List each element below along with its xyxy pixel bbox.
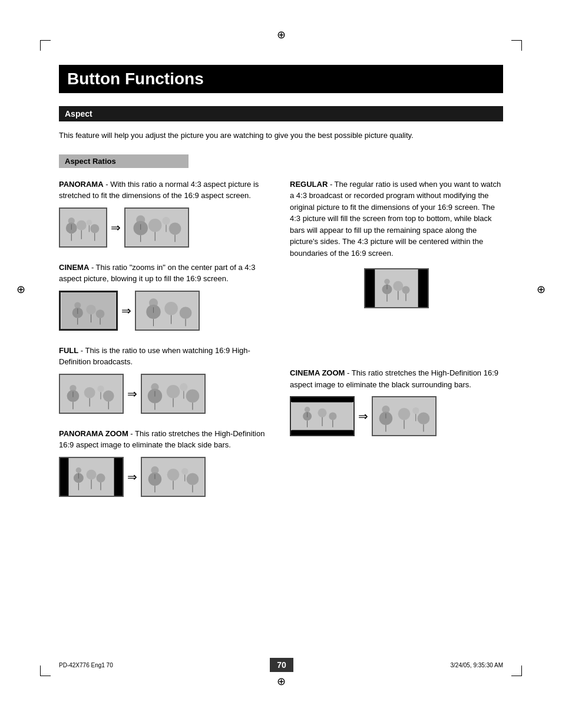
- svg-point-82: [187, 473, 199, 485]
- svg-point-58: [180, 383, 187, 391]
- svg-point-67: [76, 467, 81, 473]
- panorama-img-pair: ⇒: [59, 207, 272, 248]
- svg-point-69: [87, 469, 97, 479]
- svg-point-5: [77, 220, 87, 230]
- letterbox-top: [291, 397, 353, 402]
- footer-left-text: PD-42X776 Eng1 70: [59, 662, 113, 668]
- col-left: PANORAMA - With this ratio a normal 4:3 …: [59, 179, 272, 511]
- two-col-layout: PANORAMA - With this ratio a normal 4:3 …: [59, 179, 503, 511]
- svg-point-93: [402, 286, 409, 294]
- cinema-result-screen: [135, 291, 200, 331]
- page-number-box: 70: [270, 658, 293, 672]
- svg-point-60: [186, 389, 200, 403]
- regular-img-pair: [290, 268, 503, 308]
- full-img-pair: ⇒: [59, 374, 272, 414]
- pzoom-arrow: ⇒: [127, 471, 137, 483]
- svg-point-16: [148, 218, 162, 232]
- full-result-screen: [141, 374, 206, 414]
- main-content: Button Functions Aspect This feature wil…: [59, 65, 503, 511]
- panorama-title: PANORAMA - With this ratio a normal 4:3 …: [59, 179, 272, 202]
- regular-section: REGULAR - The regular ratio is used when…: [290, 179, 503, 309]
- svg-point-71: [96, 473, 105, 482]
- panorama-zoom-title: PANORAMA ZOOM - This ratio stretches the…: [59, 428, 272, 451]
- cinema-arrow: ⇒: [121, 305, 131, 317]
- svg-point-111: [398, 408, 411, 420]
- full-source-screen: [59, 374, 124, 414]
- page-title: Button Functions: [67, 70, 495, 88]
- svg-point-29: [96, 309, 105, 318]
- svg-point-14: [136, 215, 145, 224]
- svg-point-113: [412, 407, 419, 414]
- intro-text: This feature will help you adjust the pi…: [59, 130, 503, 141]
- cinema-section: CINEMA - This ratio "zooms in" on the ce…: [59, 262, 272, 331]
- pillarbox-left: [60, 458, 68, 496]
- svg-point-115: [418, 412, 430, 424]
- corner-tr: [511, 40, 522, 51]
- full-arrow: ⇒: [127, 388, 137, 400]
- svg-point-78: [167, 468, 180, 480]
- svg-point-34: [149, 298, 158, 307]
- czoom-arrow: ⇒: [358, 410, 368, 422]
- svg-point-20: [169, 222, 181, 235]
- svg-point-36: [164, 301, 178, 315]
- svg-point-76: [151, 466, 158, 474]
- cinema-title: CINEMA - This ratio "zooms in" on the ce…: [59, 262, 272, 285]
- czoom-result-screen: [372, 396, 437, 436]
- full-section: FULL - This is the ratio to use when wat…: [59, 345, 272, 414]
- col-right: REGULAR - The regular ratio is used when…: [290, 179, 503, 511]
- corner-bl: [40, 666, 51, 676]
- svg-point-100: [305, 407, 310, 412]
- regular-result-screen: [364, 268, 429, 308]
- corner-br: [511, 666, 522, 676]
- panorama-source-screen: [59, 207, 107, 248]
- svg-point-38: [180, 307, 192, 319]
- cinema-source-screen: [59, 291, 118, 331]
- svg-point-3: [68, 218, 75, 224]
- reg-pillarbox-right: [419, 269, 428, 307]
- svg-point-91: [393, 281, 403, 291]
- svg-point-89: [384, 279, 389, 284]
- title-bar: Button Functions: [59, 65, 503, 93]
- panorama-zoom-section: PANORAMA ZOOM - This ratio stretches the…: [59, 428, 272, 497]
- subsection-heading-label: Aspect Ratios: [65, 157, 116, 166]
- corner-tl: [40, 40, 51, 51]
- pzoom-result-screen: [141, 457, 206, 497]
- panorama-arrow: ⇒: [111, 222, 121, 233]
- svg-point-27: [86, 304, 95, 314]
- cinema-zoom-img-pair: ⇒: [290, 396, 503, 436]
- panorama-section: PANORAMA - With this ratio a normal 4:3 …: [59, 179, 272, 248]
- svg-point-43: [70, 384, 76, 391]
- cinema-zoom-title: CINEMA ZOOM - This ratio stretches the H…: [290, 367, 503, 390]
- svg-point-102: [318, 409, 326, 417]
- svg-point-7: [87, 219, 92, 225]
- cinema-zoom-section: CINEMA ZOOM - This ratio stretches the H…: [290, 367, 503, 436]
- svg-point-18: [162, 217, 170, 225]
- footer-right-text: 3/24/05, 9:35:30 AM: [450, 662, 503, 668]
- pzoom-source-screen: [59, 457, 124, 497]
- section-heading: Aspect: [59, 106, 503, 121]
- subsection-heading: Aspect Ratios: [59, 154, 189, 168]
- czoom-source-screen: [290, 396, 355, 436]
- svg-point-104: [329, 412, 336, 420]
- svg-point-47: [97, 385, 104, 391]
- svg-point-54: [151, 383, 158, 391]
- svg-point-9: [90, 224, 99, 233]
- panorama-zoom-img-pair: ⇒: [59, 457, 272, 497]
- panorama-result-screen: [124, 207, 189, 248]
- svg-point-45: [84, 387, 95, 398]
- svg-point-109: [382, 406, 389, 413]
- reg-pillarbox-left: [365, 269, 373, 307]
- svg-point-56: [167, 384, 180, 398]
- reg-mark-left: ⊕: [16, 283, 25, 296]
- regular-title: REGULAR - The regular ratio is used when…: [290, 179, 503, 259]
- full-title: FULL - This is the ratio to use when wat…: [59, 345, 272, 368]
- reg-mark-bottom: ⊕: [277, 675, 286, 688]
- reg-mark-right: ⊕: [537, 283, 546, 296]
- page-container: ⊕ ⊕ ⊕ ⊕ Button Functions Aspect This fea…: [0, 0, 562, 728]
- letterbox-bottom: [291, 430, 353, 435]
- reg-mark-top: ⊕: [277, 28, 286, 41]
- svg-point-49: [103, 390, 114, 401]
- pillarbox-right: [114, 458, 123, 496]
- svg-point-80: [181, 467, 188, 474]
- page-footer: PD-42X776 Eng1 70 70 3/24/05, 9:35:30 AM: [59, 658, 503, 672]
